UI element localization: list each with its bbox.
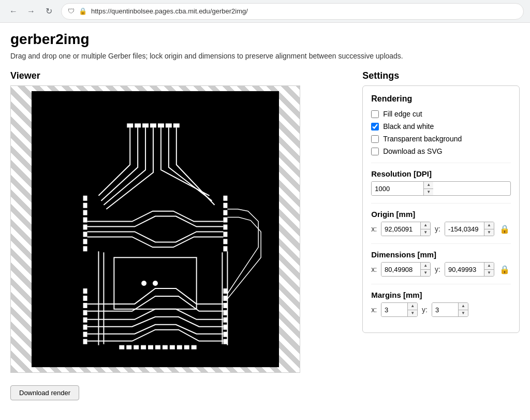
- svg-rect-37: [223, 332, 227, 337]
- dimensions-y-down[interactable]: ▼: [484, 270, 494, 277]
- svg-rect-18: [223, 218, 227, 223]
- margins-x-up[interactable]: ▲: [408, 303, 417, 310]
- svg-rect-6: [173, 123, 180, 127]
- forward-button[interactable]: →: [24, 4, 38, 19]
- margins-title: Margins [mm]: [371, 291, 511, 299]
- svg-rect-7: [83, 196, 87, 201]
- svg-rect-46: [148, 345, 153, 350]
- margins-y-spinner: ▲ ▼: [458, 303, 468, 316]
- svg-rect-22: [223, 246, 227, 251]
- margins-x-down[interactable]: ▼: [408, 310, 417, 317]
- fill-edge-cut-row: Fill edge cut: [371, 110, 511, 118]
- resolution-up[interactable]: ▲: [424, 182, 433, 189]
- viewer-section: Viewer: [10, 70, 347, 400]
- dimensions-x-input[interactable]: [381, 263, 420, 276]
- shield-icon: 🛡: [68, 7, 75, 15]
- reload-button[interactable]: ↻: [41, 4, 56, 19]
- viewer-label: Viewer: [10, 70, 347, 81]
- viewer-container[interactable]: [10, 85, 300, 373]
- margins-y-up[interactable]: ▲: [459, 303, 468, 310]
- fill-edge-cut-checkbox[interactable]: [371, 110, 379, 118]
- origin-y-label: y:: [435, 225, 440, 233]
- margins-group: Margins [mm] x: ▲ ▼ y:: [371, 291, 511, 317]
- origin-x-input[interactable]: [381, 222, 420, 236]
- page-subtitle: Drag and drop one or multiple Gerber fil…: [10, 52, 520, 60]
- svg-rect-42: [119, 345, 124, 350]
- svg-rect-38: [223, 339, 227, 344]
- lock-icon: 🔒: [79, 7, 87, 15]
- svg-rect-26: [83, 310, 87, 315]
- svg-point-40: [141, 281, 146, 286]
- dimensions-x-down[interactable]: ▼: [421, 270, 430, 277]
- svg-rect-32: [223, 296, 227, 301]
- dimensions-y-input[interactable]: [445, 263, 484, 276]
- rendering-title: Rendering: [371, 94, 511, 104]
- svg-rect-2: [142, 123, 149, 127]
- svg-rect-23: [83, 288, 87, 294]
- settings-label: Settings: [362, 70, 520, 81]
- svg-rect-4: [158, 123, 164, 127]
- origin-row: x: ▲ ▼ y: ▲: [371, 222, 511, 236]
- margins-y-input[interactable]: [432, 303, 458, 316]
- svg-rect-52: [192, 345, 197, 350]
- svg-rect-8: [83, 203, 87, 208]
- svg-rect-21: [223, 239, 227, 244]
- dimensions-y-label: y:: [435, 265, 440, 273]
- transparent-bg-label: Transparent background: [383, 135, 462, 143]
- transparent-bg-checkbox[interactable]: [371, 135, 379, 143]
- svg-rect-24: [83, 296, 87, 301]
- dimensions-lock-button[interactable]: 🔒: [498, 265, 511, 274]
- page-content: gerber2img Drag and drop one or multiple…: [0, 23, 530, 409]
- origin-x-up[interactable]: ▲: [421, 222, 430, 229]
- svg-rect-20: [223, 231, 227, 237]
- origin-x-down[interactable]: ▼: [421, 229, 430, 236]
- dimensions-title: Dimensions [mm]: [371, 250, 511, 259]
- address-bar[interactable]: 🛡 🔒 https://quentinbolsee.pages.cba.mit.…: [61, 3, 524, 20]
- dimensions-x-label: x:: [371, 265, 377, 273]
- margins-x-spinner: ▲ ▼: [407, 303, 417, 316]
- margins-x-input[interactable]: [381, 303, 407, 316]
- svg-rect-30: [83, 339, 87, 344]
- margins-row: x: ▲ ▼ y: ▲: [371, 302, 511, 317]
- resolution-group: Resolution [DPI] ▲ ▼: [371, 169, 511, 196]
- rendering-group: Rendering Fill edge cut Black and white …: [371, 94, 511, 155]
- dimensions-y-up[interactable]: ▲: [484, 263, 494, 270]
- margins-x-container: ▲ ▼: [381, 302, 418, 317]
- back-button[interactable]: ←: [6, 4, 21, 19]
- svg-rect-50: [177, 345, 182, 350]
- margins-y-container: ▲ ▼: [432, 302, 468, 317]
- origin-y-input[interactable]: [445, 222, 484, 236]
- svg-rect-11: [83, 225, 87, 230]
- svg-rect-15: [223, 196, 227, 201]
- svg-rect-14: [83, 246, 87, 251]
- dimensions-group: Dimensions [mm] x: ▲ ▼ y:: [371, 250, 511, 277]
- svg-rect-0: [127, 123, 133, 127]
- divider-3: [371, 243, 511, 244]
- divider-4: [371, 284, 511, 284]
- download-render-button[interactable]: Download render: [10, 385, 79, 400]
- origin-lock-button[interactable]: 🔒: [498, 224, 511, 234]
- svg-rect-31: [223, 288, 227, 294]
- black-and-white-checkbox[interactable]: [371, 123, 379, 131]
- svg-rect-3: [150, 123, 156, 127]
- resolution-down[interactable]: ▼: [424, 189, 433, 196]
- main-layout: Viewer: [10, 70, 520, 400]
- origin-y-container: ▲ ▼: [445, 222, 494, 236]
- settings-section: Settings Rendering Fill edge cut Black a…: [362, 70, 520, 333]
- resolution-input[interactable]: [372, 182, 423, 195]
- origin-x-container: ▲ ▼: [381, 222, 431, 236]
- dimensions-y-spinner: ▲ ▼: [484, 263, 494, 276]
- download-svg-checkbox[interactable]: [371, 148, 379, 155]
- origin-y-up[interactable]: ▲: [484, 222, 494, 229]
- settings-box: Rendering Fill edge cut Black and white …: [362, 85, 520, 333]
- svg-point-41: [153, 281, 158, 286]
- svg-rect-34: [223, 310, 227, 315]
- svg-rect-36: [223, 325, 227, 330]
- margins-y-down[interactable]: ▼: [459, 310, 468, 317]
- origin-y-down[interactable]: ▼: [484, 229, 494, 236]
- svg-rect-13: [83, 239, 87, 244]
- svg-rect-44: [134, 345, 139, 350]
- viewer-inner: [32, 91, 279, 367]
- dimensions-x-up[interactable]: ▲: [421, 263, 430, 270]
- svg-rect-9: [83, 210, 87, 215]
